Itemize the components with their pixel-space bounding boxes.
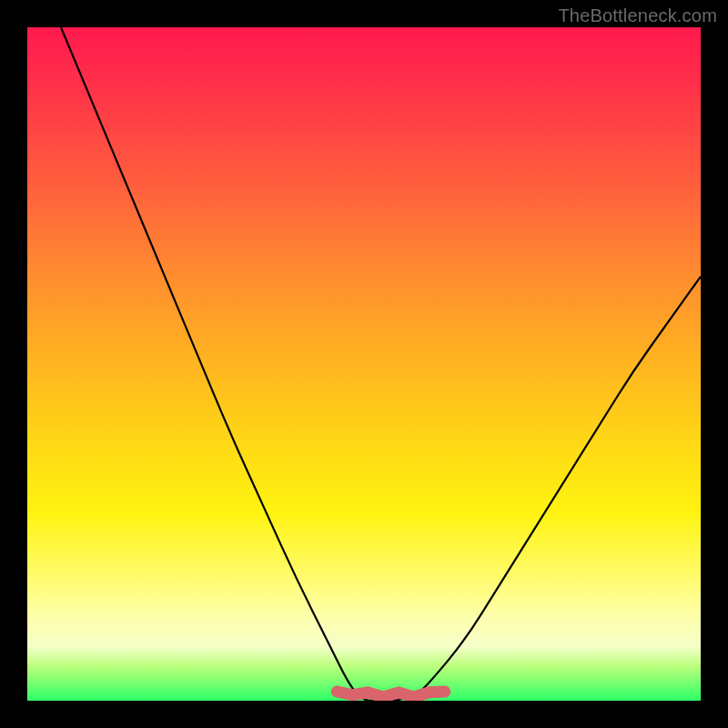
plot-area	[27, 27, 701, 701]
optimal-range-highlight	[337, 692, 444, 697]
watermark-text: TheBottleneck.com	[558, 5, 717, 26]
bottleneck-curve	[61, 27, 701, 701]
chart-frame: TheBottleneck.com	[0, 0, 728, 728]
chart-svg	[27, 27, 701, 701]
